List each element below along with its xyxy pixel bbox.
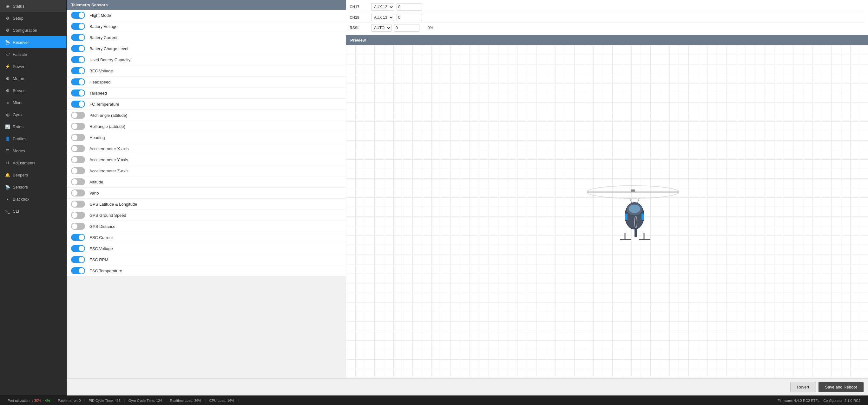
sidebar-item-beepers[interactable]: 🔔 Beepers <box>0 169 66 181</box>
sensor-toggle-3[interactable] <box>71 45 85 52</box>
sensor-row: GPS Distance <box>67 221 346 232</box>
sidebar-label-rates: Rates <box>13 124 24 129</box>
cpu-load: CPU Load: 16% <box>206 399 239 402</box>
sidebar-item-blackbox[interactable]: ▪ Blackbox <box>0 193 66 205</box>
sensor-label-16: Vario <box>90 191 99 196</box>
sensor-toggle-1[interactable] <box>71 23 85 30</box>
sensor-toggle-5[interactable] <box>71 67 85 74</box>
save-reboot-button[interactable]: Save and Reboot <box>818 382 864 392</box>
sensor-toggle-10[interactable] <box>71 123 85 130</box>
cpu-value: 16% <box>227 399 235 402</box>
sensor-label-23: ESC Temperature <box>90 268 122 273</box>
sensor-label-2: Battery Current <box>90 35 117 40</box>
mixer-icon: ≡ <box>5 100 10 105</box>
sensor-toggle-9[interactable] <box>71 112 85 119</box>
sidebar-label-servos: Servos <box>13 88 25 93</box>
modes-icon: ☰ <box>5 148 10 153</box>
sensor-label-8: FC Temperature <box>90 102 119 107</box>
sensor-row: ESC Voltage <box>67 243 346 254</box>
sidebar-label-mixer: Mixer <box>13 100 23 105</box>
setup-icon: ⚙ <box>5 16 10 21</box>
receiver-icon: 📡 <box>5 40 10 45</box>
rssi-select[interactable]: AUTO <box>371 24 392 32</box>
sidebar-item-cli[interactable]: >_ CLI <box>0 205 66 217</box>
sidebar-item-power[interactable]: ⚡ Power <box>0 60 66 73</box>
blackbox-icon: ▪ <box>5 197 10 202</box>
failsafe-icon: 🛡 <box>5 52 10 57</box>
sidebar-item-adjustments[interactable]: ↺ Adjustments <box>0 157 66 169</box>
sensors-icon: 📡 <box>5 184 10 190</box>
packet-error: Packet error: 0 <box>54 399 85 402</box>
sensor-toggle-0[interactable] <box>71 12 85 19</box>
sidebar-label-profiles: Profiles <box>13 137 26 141</box>
sensor-toggle-7[interactable] <box>71 89 85 96</box>
sidebar-item-configuration[interactable]: ⚙ Configuration <box>0 24 66 36</box>
sensor-toggle-21[interactable] <box>71 245 85 252</box>
sensor-toggle-23[interactable] <box>71 267 85 274</box>
sidebar-label-power: Power <box>13 64 24 69</box>
sensor-toggle-8[interactable] <box>71 100 85 108</box>
sidebar-item-gyro[interactable]: ◎ Gyro <box>0 109 66 121</box>
sidebar-label-modes: Modes <box>13 148 25 153</box>
channel-input-0[interactable] <box>397 3 422 11</box>
status-bar: Port utilization: ↓ 30% ↑ 4% Packet erro… <box>0 396 868 405</box>
configurator-value: 2.1.0-RC2 <box>844 399 860 402</box>
helicopter-view <box>585 167 681 256</box>
telemetry-panel: Telemetry Sensors Flight Mode Battery Vo… <box>67 0 346 378</box>
channel-select-1[interactable]: AUX 13 <box>371 13 394 21</box>
sidebar-item-mixer[interactable]: ≡ Mixer <box>0 96 66 109</box>
sidebar-item-setup[interactable]: ⚙ Setup <box>0 12 66 24</box>
sensor-row: Headspeed <box>67 77 346 88</box>
preview-title: Preview <box>346 35 868 45</box>
sensor-toggle-2[interactable] <box>71 34 85 41</box>
sidebar-label-sensors: Sensors <box>13 185 28 190</box>
sensor-row: Accelerometer Z-axis <box>67 165 346 176</box>
sensor-toggle-11[interactable] <box>71 134 85 141</box>
sensor-toggle-17[interactable] <box>71 201 85 208</box>
sensor-toggle-22[interactable] <box>71 256 85 263</box>
sensor-toggle-18[interactable] <box>71 212 85 219</box>
sensor-toggle-16[interactable] <box>71 190 85 197</box>
pid-cycle-value: 496 <box>115 399 120 402</box>
sidebar-item-status[interactable]: ◉ Status <box>0 0 66 12</box>
svg-rect-6 <box>625 213 627 220</box>
status-icon: ◉ <box>5 3 10 8</box>
sidebar-item-failsafe[interactable]: 🛡 Failsafe <box>0 48 66 60</box>
sensor-toggle-4[interactable] <box>71 56 85 63</box>
sensor-toggle-13[interactable] <box>71 156 85 163</box>
sensor-label-19: GPS Distance <box>90 224 116 229</box>
sidebar-item-rates[interactable]: 📊 Rates <box>0 121 66 133</box>
sensor-label-21: ESC Voltage <box>90 246 113 251</box>
rssi-input[interactable] <box>394 24 420 32</box>
power-icon: ⚡ <box>5 64 10 69</box>
sensor-toggle-20[interactable] <box>71 234 85 241</box>
sensor-row: Flight Mode <box>67 10 346 21</box>
packet-error-value: 0 <box>79 399 81 402</box>
pid-cycle-label: PID Cycle Time: <box>89 399 114 402</box>
sidebar-item-servos[interactable]: ⚙ Servos <box>0 84 66 96</box>
channel-label-0: CH17 <box>350 5 369 9</box>
channel-input-1[interactable] <box>397 13 422 21</box>
sidebar-label-setup: Setup <box>13 16 24 21</box>
rssi-row: RSSI AUTO 0% <box>350 23 864 33</box>
sidebar-item-sensors[interactable]: 📡 Sensors <box>0 181 66 193</box>
gyro-cycle-label: Gyro Cycle Time: <box>128 399 155 402</box>
sensor-label-17: GPS Latitude & Longitude <box>90 202 137 207</box>
sensor-label-9: Pitch angle (attitude) <box>90 113 127 118</box>
sensor-label-1: Battery Voltage <box>90 24 117 29</box>
sensor-toggle-14[interactable] <box>71 167 85 174</box>
sidebar-item-profiles[interactable]: 👤 Profiles <box>0 133 66 145</box>
sidebar-item-receiver[interactable]: 📡 Receiver <box>0 36 66 48</box>
telemetry-title: Telemetry Sensors <box>67 0 346 10</box>
sidebar-item-modes[interactable]: ☰ Modes <box>0 145 66 157</box>
packet-error-label: Packet error: <box>58 399 78 402</box>
sensor-toggle-6[interactable] <box>71 78 85 85</box>
channel-select-0[interactable]: AUX 12 <box>371 3 394 11</box>
svg-rect-8 <box>634 221 637 237</box>
sensor-toggle-19[interactable] <box>71 223 85 230</box>
sensor-toggle-15[interactable] <box>71 178 85 185</box>
revert-button[interactable]: Revert <box>790 382 816 392</box>
sensor-toggle-12[interactable] <box>71 145 85 152</box>
sensor-label-15: Altitude <box>90 180 103 184</box>
sidebar-item-motors[interactable]: ⚙ Motors <box>0 73 66 84</box>
